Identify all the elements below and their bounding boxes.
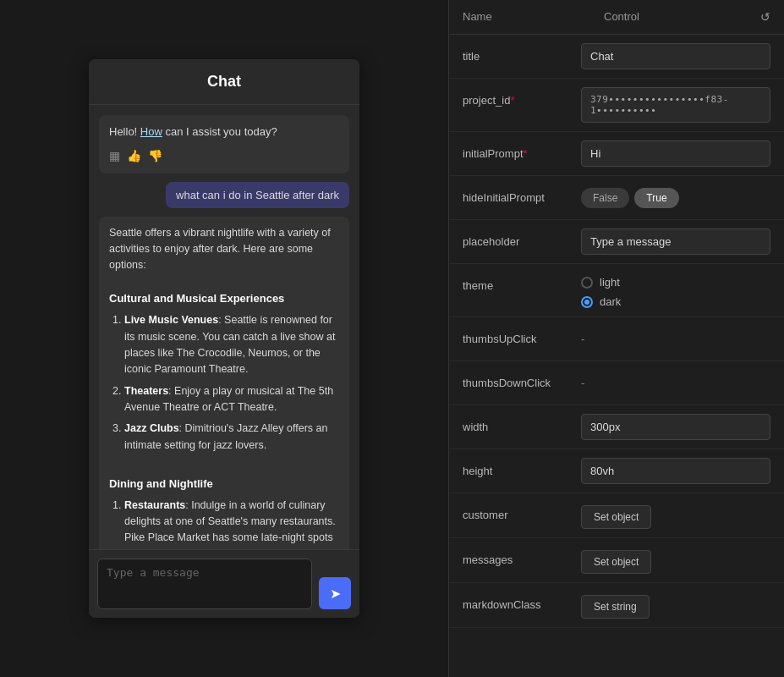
chat-widget: Chat Hello! How can I assist you today? … bbox=[89, 59, 359, 618]
user-message-1: what can i do in Seattle after dark bbox=[166, 182, 349, 208]
label-project-id: project_id* bbox=[463, 87, 581, 107]
value-hide-initial: False True bbox=[581, 184, 770, 208]
toggle-true[interactable]: True bbox=[634, 188, 678, 208]
control-row-thumbs-up: thumbsUpClick - bbox=[449, 317, 784, 361]
label-thumbs-down: thumbsDownClick bbox=[463, 370, 581, 389]
bot-message-1: Hello! How can I assist you today? ▦ 👍 👎 bbox=[99, 115, 349, 173]
control-row-project-id: project_id* 379••••••••••••••••f83-1••••… bbox=[449, 79, 784, 132]
response-heading-2: Dining and Nightlife bbox=[109, 476, 339, 493]
radio-dark bbox=[581, 296, 593, 308]
label-messages: messages bbox=[463, 547, 581, 566]
bot-response-1: Seattle offers a vibrant nightlife with … bbox=[99, 217, 349, 550]
chat-title: Chat bbox=[102, 73, 346, 91]
thumbs-up-dash: - bbox=[581, 326, 770, 345]
undo-button[interactable]: ↺ bbox=[745, 10, 770, 24]
radio-light-label: light bbox=[600, 276, 620, 289]
input-title[interactable] bbox=[581, 43, 770, 69]
user-message-1-text: what can i do in Seattle after dark bbox=[176, 189, 339, 201]
send-icon: ➤ bbox=[330, 586, 341, 602]
required-indicator-2: * bbox=[524, 147, 528, 160]
list-item: Restaurants: Indulge in a world of culin… bbox=[124, 498, 339, 549]
response-list-1: Live Music Venues: Seattle is renowned f… bbox=[109, 312, 339, 454]
value-width bbox=[581, 414, 770, 440]
value-markdown: Set string bbox=[581, 592, 770, 619]
name-column-header: Name bbox=[463, 10, 604, 24]
response-heading-1: Cultural and Musical Experiences bbox=[109, 290, 339, 307]
send-button[interactable]: ➤ bbox=[319, 577, 351, 609]
chat-messages[interactable]: Hello! How can I assist you today? ▦ 👍 👎… bbox=[89, 105, 359, 549]
label-thumbs-up: thumbsUpClick bbox=[463, 326, 581, 345]
control-row-height: height bbox=[449, 449, 784, 493]
input-width[interactable] bbox=[581, 414, 770, 440]
theme-light-option[interactable]: light bbox=[581, 276, 770, 289]
right-panel[interactable]: Name Control ↺ title project_id* 379••••… bbox=[448, 0, 784, 677]
action-icons: ▦ 👍 👎 bbox=[109, 147, 339, 165]
chat-input-area: ➤ bbox=[89, 549, 359, 618]
control-row-thumbs-down: thumbsDownClick - bbox=[449, 361, 784, 405]
response-list-2: Restaurants: Indulge in a world of culin… bbox=[109, 498, 339, 549]
value-messages: Set object bbox=[581, 547, 770, 574]
theme-dark-option[interactable]: dark bbox=[581, 295, 770, 308]
control-row-initial-prompt: initialPrompt* bbox=[449, 132, 784, 176]
value-height bbox=[581, 458, 770, 484]
label-theme: theme bbox=[463, 272, 581, 292]
chat-header: Chat bbox=[89, 59, 359, 105]
control-row-placeholder: placeholder bbox=[449, 220, 784, 264]
radio-dark-label: dark bbox=[600, 295, 621, 308]
chat-input[interactable] bbox=[97, 559, 312, 609]
label-customer: customer bbox=[463, 502, 581, 521]
control-row-width: width bbox=[449, 405, 784, 449]
list-item: Theaters: Enjoy a play or musical at The… bbox=[124, 383, 339, 416]
list-item: Live Music Venues: Seattle is renowned f… bbox=[124, 312, 339, 378]
control-column-header: Control bbox=[604, 10, 745, 24]
bot-message-1-text: Hello! How can I assist you today? bbox=[109, 125, 277, 138]
label-placeholder: placeholder bbox=[463, 228, 581, 248]
toggle-group-hide: False True bbox=[581, 184, 770, 208]
value-theme: light dark bbox=[581, 272, 770, 308]
left-panel: Chat Hello! How can I assist you today? … bbox=[0, 0, 448, 677]
value-thumbs-down: - bbox=[581, 370, 770, 389]
thumbs-up-icon[interactable]: 👍 bbox=[127, 147, 141, 165]
label-markdown: markdownClass bbox=[463, 592, 581, 611]
control-row-theme: theme light dark bbox=[449, 264, 784, 317]
value-project-id: 379••••••••••••••••f83-1•••••••••• bbox=[581, 87, 770, 123]
controls-header: Name Control ↺ bbox=[449, 0, 784, 35]
value-thumbs-up: - bbox=[581, 326, 770, 345]
response-intro: Seattle offers a vibrant nightlife with … bbox=[109, 225, 339, 274]
radio-light bbox=[581, 277, 593, 289]
control-row-hide-initial: hideInitialPrompt False True bbox=[449, 176, 784, 220]
copy-icon[interactable]: ▦ bbox=[109, 147, 120, 165]
thumbs-down-icon[interactable]: 👎 bbox=[148, 147, 162, 165]
control-row-customer: customer Set object bbox=[449, 493, 784, 538]
control-row-markdown: markdownClass Set string bbox=[449, 583, 784, 628]
input-placeholder[interactable] bbox=[581, 228, 770, 255]
set-markdown-button[interactable]: Set string bbox=[581, 595, 650, 619]
value-initial-prompt bbox=[581, 140, 770, 167]
list-item: Jazz Clubs: Dimitriou's Jazz Alley offer… bbox=[124, 421, 339, 454]
set-customer-button[interactable]: Set object bbox=[581, 505, 651, 529]
value-placeholder bbox=[581, 228, 770, 255]
label-width: width bbox=[463, 414, 581, 433]
set-messages-button[interactable]: Set object bbox=[581, 550, 651, 574]
label-hide-initial: hideInitialPrompt bbox=[463, 184, 581, 204]
thumbs-down-dash: - bbox=[581, 370, 770, 389]
label-initial-prompt: initialPrompt* bbox=[463, 140, 581, 160]
input-height[interactable] bbox=[581, 458, 770, 484]
theme-radio-group: light dark bbox=[581, 272, 770, 308]
label-height: height bbox=[463, 458, 581, 477]
value-customer: Set object bbox=[581, 502, 770, 529]
required-indicator: * bbox=[510, 94, 514, 107]
control-row-messages: messages Set object bbox=[449, 538, 784, 583]
toggle-false[interactable]: False bbox=[581, 188, 629, 208]
input-initial-prompt[interactable] bbox=[581, 140, 770, 167]
control-row-title: title bbox=[449, 35, 784, 79]
label-title: title bbox=[463, 43, 581, 63]
input-project-id[interactable]: 379••••••••••••••••f83-1•••••••••• bbox=[581, 87, 770, 123]
value-title bbox=[581, 43, 770, 69]
